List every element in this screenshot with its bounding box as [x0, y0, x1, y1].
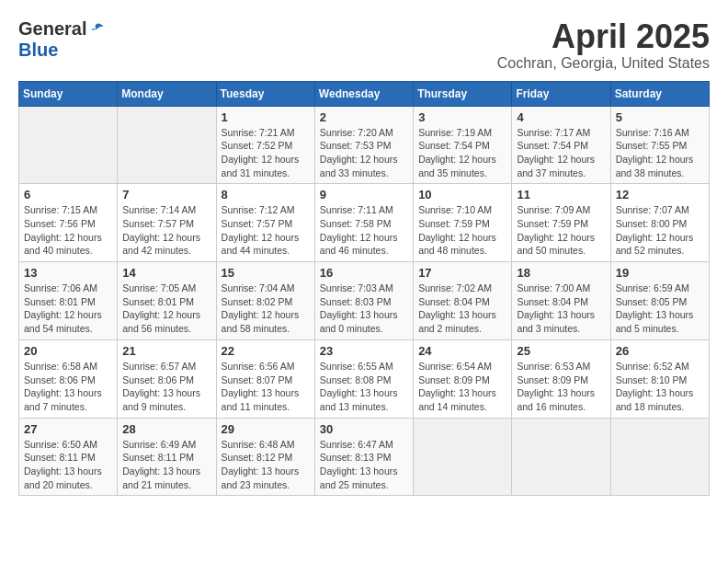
- day-sunrise: Sunrise: 7:11 AM: [320, 204, 393, 215]
- header-tuesday: Tuesday: [216, 81, 314, 106]
- calendar-cell: [118, 106, 216, 184]
- header-thursday: Thursday: [414, 81, 512, 106]
- day-number: 3: [418, 110, 506, 124]
- calendar-week-row: 13 Sunrise: 7:06 AM Sunset: 8:01 PM Dayl…: [19, 262, 710, 340]
- day-sunset: Sunset: 8:04 PM: [517, 296, 588, 307]
- calendar-week-row: 6 Sunrise: 7:15 AM Sunset: 7:56 PM Dayli…: [19, 184, 710, 262]
- calendar-cell: 15 Sunrise: 7:04 AM Sunset: 8:02 PM Dayl…: [216, 262, 314, 340]
- page-header: General Blue April 2025 Cochran, Georgia…: [18, 18, 710, 72]
- day-number: 27: [24, 422, 112, 436]
- day-sunset: Sunset: 7:52 PM: [222, 140, 293, 151]
- day-sunrise: Sunrise: 6:47 AM: [320, 439, 393, 450]
- calendar-cell: [512, 418, 610, 496]
- day-daylight: Daylight: 13 hours and 2 minutes.: [418, 309, 496, 334]
- day-daylight: Daylight: 13 hours and 0 minutes.: [320, 309, 398, 334]
- day-sunset: Sunset: 7:53 PM: [320, 140, 392, 151]
- day-number: 18: [517, 266, 605, 280]
- day-daylight: Daylight: 13 hours and 18 minutes.: [616, 387, 694, 412]
- calendar-cell: 21 Sunrise: 6:57 AM Sunset: 8:06 PM Dayl…: [118, 339, 216, 418]
- calendar-cell: 27 Sunrise: 6:50 AM Sunset: 8:11 PM Dayl…: [19, 418, 118, 496]
- day-daylight: Daylight: 12 hours and 46 minutes.: [320, 232, 398, 257]
- day-number: 17: [418, 266, 506, 280]
- day-sunrise: Sunrise: 6:48 AM: [222, 439, 295, 450]
- day-daylight: Daylight: 12 hours and 40 minutes.: [24, 232, 102, 257]
- day-daylight: Daylight: 12 hours and 56 minutes.: [122, 309, 200, 334]
- day-sunset: Sunset: 8:01 PM: [24, 296, 96, 307]
- day-number: 30: [320, 422, 408, 436]
- day-number: 19: [616, 266, 704, 280]
- day-sunset: Sunset: 8:01 PM: [122, 296, 194, 307]
- calendar-cell: 13 Sunrise: 7:06 AM Sunset: 8:01 PM Dayl…: [19, 262, 118, 340]
- day-sunrise: Sunrise: 6:49 AM: [122, 439, 196, 450]
- day-sunrise: Sunrise: 7:06 AM: [24, 282, 97, 293]
- day-daylight: Daylight: 13 hours and 23 minutes.: [222, 465, 300, 490]
- calendar-cell: 29 Sunrise: 6:48 AM Sunset: 8:12 PM Dayl…: [216, 418, 314, 496]
- day-sunrise: Sunrise: 7:16 AM: [616, 127, 689, 138]
- calendar-week-row: 27 Sunrise: 6:50 AM Sunset: 8:11 PM Dayl…: [19, 418, 710, 496]
- day-sunset: Sunset: 7:56 PM: [24, 218, 96, 229]
- day-sunset: Sunset: 8:08 PM: [320, 374, 392, 385]
- calendar-cell: 19 Sunrise: 6:59 AM Sunset: 8:05 PM Dayl…: [610, 262, 709, 340]
- day-sunrise: Sunrise: 6:53 AM: [517, 361, 590, 372]
- day-daylight: Daylight: 12 hours and 31 minutes.: [222, 154, 300, 178]
- day-daylight: Daylight: 12 hours and 52 minutes.: [616, 232, 694, 257]
- day-number: 2: [320, 110, 408, 124]
- logo-general-text: General: [18, 18, 86, 40]
- day-daylight: Daylight: 13 hours and 3 minutes.: [517, 309, 595, 334]
- day-sunset: Sunset: 8:09 PM: [517, 374, 588, 385]
- header-friday: Friday: [512, 81, 610, 106]
- day-daylight: Daylight: 13 hours and 13 minutes.: [320, 387, 398, 412]
- calendar-cell: 9 Sunrise: 7:11 AM Sunset: 7:58 PM Dayli…: [314, 184, 413, 262]
- calendar-cell: [414, 418, 512, 496]
- calendar-week-row: 1 Sunrise: 7:21 AM Sunset: 7:52 PM Dayli…: [19, 106, 710, 184]
- header-monday: Monday: [118, 81, 216, 106]
- day-sunset: Sunset: 7:58 PM: [320, 218, 392, 229]
- day-sunrise: Sunrise: 7:00 AM: [517, 282, 590, 293]
- day-number: 4: [517, 110, 605, 124]
- day-sunrise: Sunrise: 6:50 AM: [24, 439, 97, 450]
- day-sunset: Sunset: 8:12 PM: [222, 452, 293, 463]
- calendar-cell: 25 Sunrise: 6:53 AM Sunset: 8:09 PM Dayl…: [512, 339, 610, 418]
- day-daylight: Daylight: 13 hours and 20 minutes.: [24, 465, 102, 490]
- calendar-cell: [610, 418, 709, 496]
- calendar-header-row: Sunday Monday Tuesday Wednesday Thursday…: [19, 81, 710, 106]
- day-sunrise: Sunrise: 7:04 AM: [222, 282, 295, 293]
- day-number: 25: [517, 344, 605, 358]
- day-sunrise: Sunrise: 6:59 AM: [616, 282, 689, 293]
- day-number: 5: [616, 110, 704, 124]
- calendar-cell: 11 Sunrise: 7:09 AM Sunset: 7:59 PM Dayl…: [512, 184, 610, 262]
- day-number: 12: [616, 188, 704, 201]
- logo-bird-icon: [88, 21, 105, 38]
- calendar-cell: 6 Sunrise: 7:15 AM Sunset: 7:56 PM Dayli…: [19, 184, 118, 262]
- day-daylight: Daylight: 13 hours and 7 minutes.: [24, 387, 102, 412]
- day-sunrise: Sunrise: 6:56 AM: [222, 361, 295, 372]
- day-sunrise: Sunrise: 7:20 AM: [320, 127, 393, 138]
- header-saturday: Saturday: [610, 81, 709, 106]
- day-sunset: Sunset: 8:13 PM: [320, 452, 392, 463]
- day-sunset: Sunset: 7:54 PM: [418, 140, 490, 151]
- day-sunset: Sunset: 8:03 PM: [320, 296, 392, 307]
- day-sunset: Sunset: 7:59 PM: [517, 218, 588, 229]
- day-daylight: Daylight: 12 hours and 48 minutes.: [418, 232, 496, 257]
- day-sunset: Sunset: 8:06 PM: [122, 374, 194, 385]
- calendar-cell: 1 Sunrise: 7:21 AM Sunset: 7:52 PM Dayli…: [216, 106, 314, 184]
- day-sunrise: Sunrise: 7:12 AM: [222, 204, 295, 215]
- calendar-cell: 7 Sunrise: 7:14 AM Sunset: 7:57 PM Dayli…: [118, 184, 216, 262]
- day-daylight: Daylight: 12 hours and 58 minutes.: [222, 309, 300, 334]
- calendar-table: Sunday Monday Tuesday Wednesday Thursday…: [18, 81, 710, 497]
- calendar-cell: [19, 106, 118, 184]
- day-number: 13: [24, 266, 112, 280]
- day-daylight: Daylight: 13 hours and 21 minutes.: [122, 465, 200, 490]
- calendar-cell: 8 Sunrise: 7:12 AM Sunset: 7:57 PM Dayli…: [216, 184, 314, 262]
- day-number: 21: [122, 344, 210, 358]
- day-sunset: Sunset: 7:54 PM: [517, 140, 588, 151]
- day-number: 22: [222, 344, 310, 358]
- day-daylight: Daylight: 12 hours and 42 minutes.: [122, 232, 200, 257]
- day-sunrise: Sunrise: 7:07 AM: [616, 204, 689, 215]
- day-number: 10: [418, 188, 506, 201]
- main-title: April 2025: [497, 18, 710, 55]
- day-daylight: Daylight: 13 hours and 25 minutes.: [320, 465, 398, 490]
- day-number: 11: [517, 188, 605, 201]
- day-sunrise: Sunrise: 7:05 AM: [122, 282, 196, 293]
- day-sunrise: Sunrise: 7:21 AM: [222, 127, 295, 138]
